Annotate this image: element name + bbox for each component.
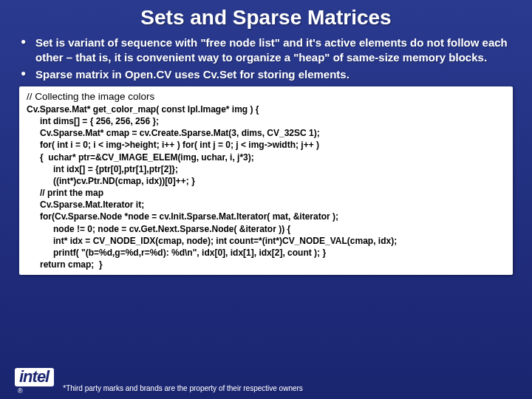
logo: intel ®: [15, 368, 54, 395]
code-line: int* idx = CV_NODE_IDX(cmap, node); int …: [27, 235, 505, 247]
code-line: Cv.Sparse.Mat* get_color_map( const Ipl.…: [27, 103, 505, 115]
code-line: // print the map: [27, 187, 505, 199]
bullet-list: Set is variant of sequence with "free no…: [15, 35, 517, 82]
intel-logo: intel: [15, 368, 54, 386]
code-line: for(Cv.Sparse.Node *node = cv.Init.Spars…: [27, 211, 505, 222]
registered-mark: ®: [18, 387, 23, 395]
code-line: printf( "(b=%d,g=%d,r=%d): %d\n", idx[0]…: [27, 247, 505, 259]
bullet-item: Sparse matrix in Open.CV uses Cv.Set for…: [35, 67, 510, 82]
code-block: // Collecting the image colors Cv.Sparse…: [19, 86, 513, 276]
footer: intel ® *Third party marks and brands ar…: [15, 368, 517, 395]
code-line: int dims[] = { 256, 256, 256 };: [27, 115, 505, 127]
code-line: return cmap; }: [27, 259, 505, 270]
code-line: Cv.Sparse.Mat* cmap = cv.Create.Sparse.M…: [27, 127, 505, 139]
code-comment: // Collecting the image colors: [27, 91, 505, 102]
code-line: { uchar* ptr=&CV_IMAGE_ELEM(img, uchar, …: [27, 151, 505, 163]
code-line: for( int i = 0; i < img->height; i++ ) f…: [27, 139, 505, 151]
slide: Sets and Sparse Matrices Set is variant …: [0, 0, 532, 399]
slide-title: Sets and Sparse Matrices: [15, 6, 517, 30]
code-line: Cv.Sparse.Mat.Iterator it;: [27, 199, 505, 211]
code-line: int idx[] = {ptr[0],ptr[1],ptr[2]};: [27, 163, 505, 175]
code-line: node != 0; node = cv.Get.Next.Sparse.Nod…: [27, 223, 505, 235]
code-line: ((int*)cv.Ptr.ND(cmap, idx))[0]++; }: [27, 175, 505, 187]
footnote: *Third party marks and brands are the pr…: [63, 384, 303, 395]
bullet-item: Set is variant of sequence with "free no…: [35, 35, 510, 66]
